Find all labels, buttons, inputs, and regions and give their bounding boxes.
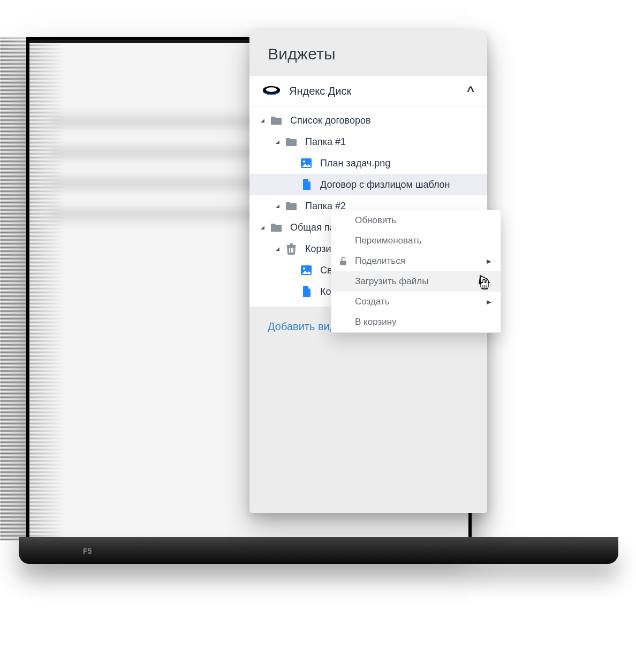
panel-title: Виджеты bbox=[249, 30, 487, 76]
yandex-disk-header[interactable]: Яндекс Диск ^ bbox=[249, 76, 487, 106]
tree-file[interactable]: План задач.png bbox=[249, 152, 487, 174]
context-menu-label: Создать bbox=[355, 296, 390, 307]
tree-item-label: Договор с физлицом шаблон bbox=[320, 179, 450, 190]
context-menu-label: Загрузить файлы bbox=[355, 276, 428, 287]
submenu-arrow-icon: ▶ bbox=[487, 299, 491, 306]
folder-icon bbox=[270, 221, 283, 234]
context-menu-label: Поделиться bbox=[355, 256, 405, 266]
tree-file[interactable]: Договор с физлицом шаблон bbox=[249, 174, 487, 195]
tree-folder[interactable]: ◢Список договоров bbox=[249, 110, 487, 131]
expand-toggle-icon[interactable]: ◢ bbox=[259, 118, 266, 123]
image-icon bbox=[300, 264, 313, 277]
folder-icon bbox=[270, 114, 283, 127]
folder-icon bbox=[285, 135, 298, 148]
svg-rect-9 bbox=[292, 248, 293, 253]
doc-icon bbox=[300, 285, 313, 298]
svg-rect-7 bbox=[289, 248, 290, 253]
expand-toggle-icon[interactable]: ◢ bbox=[274, 246, 281, 251]
tree-folder[interactable]: ◢Папка #1 bbox=[249, 131, 487, 152]
image-icon bbox=[300, 157, 313, 170]
context-menu-item[interactable]: Создать▶ bbox=[331, 292, 501, 312]
context-menu: ОбновитьПереименоватьПоделиться▶Загрузит… bbox=[331, 210, 501, 333]
decorative-noise bbox=[0, 37, 64, 540]
expand-toggle-icon[interactable]: ◢ bbox=[274, 203, 281, 209]
unlock-icon bbox=[338, 256, 349, 266]
tree-item-label: Список договоров bbox=[290, 115, 371, 126]
context-menu-item[interactable]: В корзину bbox=[331, 312, 501, 332]
context-menu-item[interactable]: Загрузить файлы bbox=[331, 271, 501, 292]
context-menu-item[interactable]: Переименовать bbox=[331, 231, 501, 251]
laptop-base: F5 bbox=[19, 537, 618, 564]
svg-point-2 bbox=[266, 87, 277, 92]
context-menu-item[interactable]: Обновить bbox=[331, 210, 501, 231]
chevron-up-icon: ^ bbox=[467, 83, 474, 98]
expand-toggle-icon[interactable]: ◢ bbox=[259, 225, 266, 230]
keyboard-fkey: F5 bbox=[83, 547, 92, 555]
doc-icon bbox=[300, 178, 313, 191]
svg-rect-6 bbox=[286, 245, 296, 246]
svg-rect-12 bbox=[340, 261, 346, 265]
yandex-disk-title: Яндекс Диск bbox=[289, 85, 467, 97]
tree-item-label: План задач.png bbox=[320, 158, 390, 169]
folder-icon bbox=[285, 200, 298, 212]
yandex-disk-icon bbox=[262, 84, 281, 98]
context-menu-label: В корзину bbox=[355, 317, 397, 327]
svg-point-4 bbox=[303, 161, 305, 163]
tree-item-label: Папка #1 bbox=[305, 136, 346, 148]
submenu-arrow-icon: ▶ bbox=[487, 258, 491, 265]
svg-point-11 bbox=[303, 268, 305, 270]
context-menu-item[interactable]: Поделиться▶ bbox=[331, 251, 501, 271]
svg-rect-8 bbox=[291, 248, 292, 253]
trash-icon bbox=[285, 242, 298, 255]
svg-rect-5 bbox=[290, 243, 293, 245]
context-menu-label: Переименовать bbox=[355, 235, 422, 246]
context-menu-label: Обновить bbox=[355, 215, 396, 226]
expand-toggle-icon[interactable]: ◢ bbox=[274, 139, 281, 144]
